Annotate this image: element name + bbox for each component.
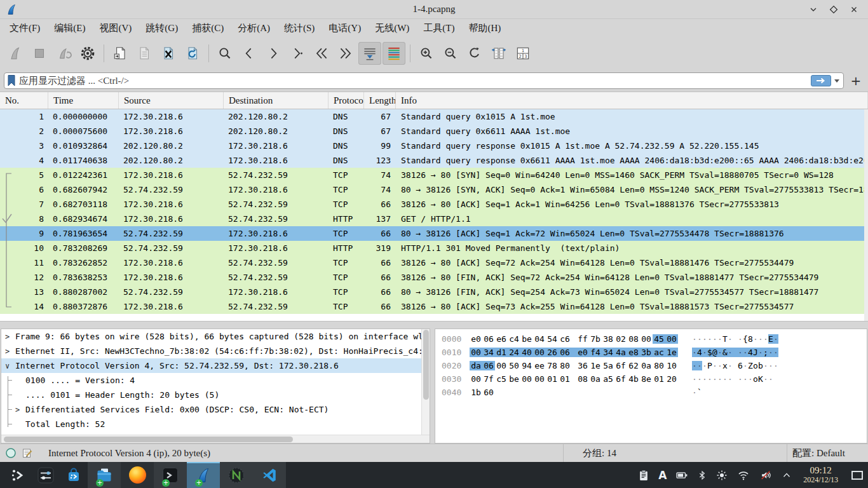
menu-statistics[interactable]: 统计(S) [277, 21, 322, 36]
zoom-reset-icon[interactable] [463, 42, 486, 65]
display-filter-input[interactable]: 应用显示过滤器 ... <Ctrl-/> [4, 72, 844, 89]
packet-row-2[interactable]: 20.000075600172.30.218.6202.120.80.2DNS6… [0, 124, 868, 139]
firefox-icon[interactable] [121, 462, 154, 488]
menu-go[interactable]: 跳转(G) [139, 21, 185, 36]
hex-row-0030[interactable]: 0030007fc5be00000101080aa56f4b8e0120····… [442, 372, 867, 386]
col-header-time[interactable]: Time [48, 92, 119, 109]
packet-row-7[interactable]: 70.682703118172.30.218.652.74.232.59TCP6… [0, 197, 868, 212]
colorize-icon[interactable] [383, 42, 405, 65]
packet-row-4[interactable]: 40.011740638202.120.80.2172.30.218.6DNS1… [0, 153, 868, 168]
menu-telephony[interactable]: 电话(Y) [322, 21, 368, 36]
find-packet-icon[interactable] [214, 42, 236, 65]
app-launcher-icon[interactable] [4, 462, 32, 488]
auto-scroll-icon[interactable] [358, 42, 381, 65]
neovim-icon[interactable] [220, 462, 253, 488]
packet-list[interactable]: 10.000000000172.30.218.6202.120.80.2DNS6… [0, 109, 868, 321]
packet-row-8[interactable]: 80.682934674172.30.218.652.74.232.59HTTP… [0, 212, 868, 226]
capture-comment-icon[interactable] [22, 447, 33, 459]
detail-row-5[interactable]: >Differentiated Services Field: 0x00 (DS… [1, 402, 430, 417]
col-header-destination[interactable]: Destination [224, 92, 329, 109]
collapsed-arrow-icon[interactable]: > [5, 347, 14, 356]
status-profile[interactable]: 配置: Default [792, 447, 845, 459]
capture-options-gear-icon[interactable] [76, 42, 99, 65]
filter-bookmark-icon[interactable] [7, 74, 16, 87]
packet-row-1[interactable]: 10.000000000172.30.218.6202.120.80.2DNS6… [0, 109, 868, 124]
details-horizontal-scrollbar[interactable] [1, 435, 430, 443]
go-forward-icon[interactable] [262, 42, 285, 65]
audio-muted-icon[interactable] [759, 469, 773, 482]
open-file-icon[interactable] [109, 42, 132, 65]
packet-row-12[interactable]: 120.783638253172.30.218.652.74.232.59TCP… [0, 270, 868, 285]
packet-row-6[interactable]: 60.68260794252.74.232.59172.30.218.6TCP7… [0, 182, 868, 197]
menu-capture[interactable]: 捕获(C) [185, 21, 231, 36]
detail-row-0[interactable]: >Frame 9: 66 bytes on wire (528 bits), 6… [1, 329, 430, 344]
discover-store-icon[interactable] [60, 462, 88, 488]
packet-row-5[interactable]: 50.012242361172.30.218.652.74.232.59TCP7… [0, 168, 868, 182]
col-header-info[interactable]: Info [396, 92, 868, 109]
close-file-icon[interactable] [157, 42, 180, 65]
stop-capture-icon[interactable] [28, 42, 51, 65]
start-capture-fin-icon[interactable] [4, 42, 27, 65]
go-back-icon[interactable] [238, 42, 261, 65]
maximize-button[interactable] [826, 3, 841, 17]
hex-row-0020[interactable]: 0020da06005094ee7880361e5a6f620a8010···P… [442, 359, 867, 372]
clipboard-icon[interactable] [637, 469, 650, 482]
col-header-no[interactable]: No. [0, 92, 48, 109]
packet-row-9[interactable]: 90.78196365452.74.232.59172.30.218.6TCP6… [0, 226, 868, 241]
go-last-icon[interactable] [334, 42, 357, 65]
keyboard-layout-icon[interactable]: A [658, 469, 667, 482]
packet-row-3[interactable]: 30.010932864202.120.80.2172.30.218.6DNS9… [0, 139, 868, 153]
reload-file-icon[interactable] [181, 42, 204, 65]
packet-list-scrollbar[interactable] [864, 109, 868, 321]
collapsed-arrow-icon[interactable]: > [15, 405, 24, 414]
restart-capture-icon[interactable] [52, 42, 75, 65]
packet-row-10[interactable]: 100.78320826952.74.232.59172.30.218.6HTT… [0, 241, 868, 255]
go-to-packet-icon[interactable] [286, 42, 309, 65]
wifi-icon[interactable] [736, 469, 750, 482]
terminal-icon[interactable]: + [154, 462, 187, 488]
col-header-source[interactable]: Source [119, 92, 224, 109]
detail-row-6[interactable]: Total Length: 52 [1, 417, 430, 431]
detail-row-3[interactable]: 0100 .... = Version: 4 [1, 373, 430, 388]
close-button[interactable] [846, 3, 862, 17]
expanded-arrow-icon[interactable]: ∨ [5, 362, 14, 370]
menu-view[interactable]: 视图(V) [93, 21, 139, 36]
hex-row-0000[interactable]: 0000e006e6c4be0454c6ff7b380208004500····… [442, 332, 867, 346]
bluetooth-icon[interactable] [697, 469, 707, 482]
menu-wireless[interactable]: 无线(W) [368, 21, 416, 36]
save-file-icon[interactable] [133, 42, 156, 65]
detail-row-2[interactable]: ∨Internet Protocol Version 4, Src: 52.74… [1, 358, 430, 373]
packet-row-14[interactable]: 140.880372876172.30.218.652.74.232.59TCP… [0, 299, 868, 314]
clock[interactable]: 09:12 2024/12/13 [803, 466, 838, 484]
packet-bytes-pane[interactable]: 0000e006e6c4be0454c6ff7b380208004500····… [435, 329, 867, 444]
pane-splitter[interactable] [0, 321, 868, 329]
wireshark-task-icon[interactable]: + [187, 462, 220, 488]
resize-columns-icon[interactable] [487, 42, 510, 65]
collapsed-arrow-icon[interactable]: > [5, 332, 14, 341]
menu-edit[interactable]: 编辑(E) [47, 21, 92, 36]
packet-row-13[interactable]: 130.88028700252.74.232.59172.30.218.6TCP… [0, 285, 868, 299]
battery-icon[interactable] [675, 469, 689, 482]
hex-row-0040[interactable]: 00401b60·` [442, 386, 867, 399]
menu-analyze[interactable]: 分析(A) [231, 21, 277, 36]
settings-icon[interactable] [32, 462, 60, 488]
vscode-icon[interactable] [253, 462, 286, 488]
packet-details-pane[interactable]: >Frame 9: 66 bytes on wire (528 bits), 6… [1, 329, 430, 444]
menu-tools[interactable]: 工具(T) [416, 21, 461, 36]
detail-row-4[interactable]: .... 0101 = Header Length: 20 bytes (5) [1, 388, 430, 402]
zoom-in-icon[interactable] [415, 42, 438, 65]
filter-dropdown-caret[interactable] [834, 79, 839, 83]
detail-row-1[interactable]: >Ethernet II, Src: NewH3CTechno_7b:38:02… [1, 344, 430, 358]
hex-row-0010[interactable]: 00100034d12440002606e0f4344ae83bac1e·4·$… [442, 346, 867, 359]
menu-file[interactable]: 文件(F) [3, 21, 47, 36]
col-header-length[interactable]: Length [364, 92, 396, 109]
details-vertical-scrollbar[interactable] [421, 329, 430, 435]
col-header-protocol[interactable]: Protocol [329, 92, 364, 109]
zoom-out-icon[interactable] [439, 42, 462, 65]
show-desktop-button[interactable] [851, 471, 863, 480]
menu-help[interactable]: 帮助(H) [461, 21, 508, 36]
add-filter-button-icon[interactable]: + [849, 73, 863, 88]
expert-info-icon[interactable] [5, 447, 17, 459]
brightness-icon[interactable] [715, 469, 728, 482]
tray-expand-chevron-icon[interactable] [781, 470, 792, 481]
